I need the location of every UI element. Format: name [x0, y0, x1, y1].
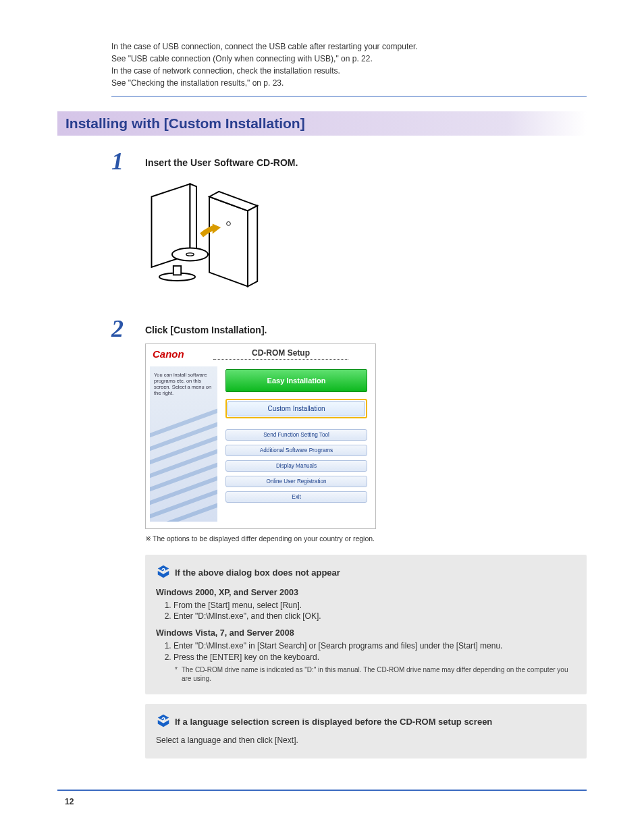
svg-marker-6 [248, 206, 257, 287]
svg-text:?: ? [161, 717, 165, 724]
asterisk-icon: * [175, 665, 178, 684]
svg-marker-4 [209, 197, 248, 287]
callout-dialog-not-appear: ? If the above dialog box does not appea… [145, 555, 587, 694]
insert-cd-figure [145, 177, 587, 295]
canon-logo: Canon [153, 348, 213, 360]
intro-line-2: See "USB cable connection (Only when con… [111, 53, 587, 65]
vista-step-2: Press the [ENTER] key on the keyboard. [173, 652, 576, 663]
step-1-number: 1 [111, 149, 145, 173]
custom-installation-button[interactable]: Custom Installation [227, 401, 365, 416]
step-2-title: Click [Custom Installation]. [145, 325, 587, 335]
exit-button[interactable]: Exit [225, 491, 367, 503]
step-2-number: 2 [111, 316, 145, 341]
send-function-setting-button[interactable]: Send Function Setting Tool [225, 429, 367, 441]
callout2-body: Select a language and then click [Next]. [156, 736, 576, 745]
step-1: 1 Insert the User Software CD-ROM. [111, 149, 587, 298]
options-note: ※The options to be displayed differ depe… [145, 534, 587, 543]
page-number: 12 [65, 797, 74, 806]
intro-line-1: In the case of USB connection, connect t… [111, 40, 587, 53]
windows-vista-steps: Enter "D:\MInst.exe" in [Start Search] o… [156, 640, 576, 662]
online-registration-button[interactable]: Online User Registration [225, 476, 367, 487]
svg-rect-3 [173, 266, 181, 275]
windows-xp-heading: Windows 2000, XP, and Server 2003 [156, 588, 576, 597]
intro-divider [111, 96, 587, 96]
section-heading: Installing with [Custom Installation] [57, 111, 587, 136]
custom-installation-highlight: Custom Installation [225, 399, 367, 418]
callout1-heading: If the above dialog box does not appear [175, 568, 340, 578]
intro-line-3: In the case of network connection, check… [111, 65, 587, 77]
callout2-heading: If a language selection screen is displa… [175, 717, 492, 727]
intro-line-4: See "Checking the installation results,"… [111, 77, 587, 89]
screenshot-sidebar: You can install software programs etc. o… [150, 366, 217, 522]
note-marker-icon: ※ [145, 534, 151, 543]
display-manuals-button[interactable]: Display Manuals [225, 460, 367, 472]
options-note-text: The options to be displayed differ depen… [153, 534, 375, 543]
question-icon: ? [156, 564, 171, 581]
cdrom-setup-screenshot: Canon CD-ROM Setup You can install softw… [145, 343, 376, 529]
easy-installation-button[interactable]: Easy Installation [225, 369, 367, 392]
intro-block: In the case of USB connection, connect t… [111, 40, 587, 96]
xp-step-2: Enter "D:\MInst.exe", and then click [OK… [173, 611, 576, 622]
svg-text:?: ? [161, 568, 165, 575]
footnote-text: The CD-ROM drive name is indicated as "D… [182, 665, 576, 684]
svg-marker-1 [190, 184, 197, 257]
additional-software-button[interactable]: Additional Software Programs [225, 445, 367, 456]
question-icon: ? [156, 713, 171, 730]
screenshot-title: CD-ROM Setup [213, 348, 348, 360]
xp-step-1: From the [Start] menu, select [Run]. [173, 600, 576, 611]
windows-xp-steps: From the [Start] menu, select [Run]. Ent… [156, 600, 576, 622]
drive-name-footnote: * The CD-ROM drive name is indicated as … [175, 665, 576, 684]
sidebar-text: You can install software programs etc. o… [154, 372, 211, 396]
windows-vista-heading: Windows Vista, 7, and Server 2008 [156, 628, 576, 638]
step-2: 2 Click [Custom Installation]. Canon CD-… [111, 316, 587, 532]
step-1-title: Insert the User Software CD-ROM. [145, 157, 587, 168]
callout-language-selection: ? If a language selection screen is disp… [145, 704, 587, 758]
vista-step-1: Enter "D:\MInst.exe" in [Start Search] o… [173, 640, 576, 651]
svg-point-9 [186, 253, 194, 256]
bottom-divider [57, 790, 587, 791]
